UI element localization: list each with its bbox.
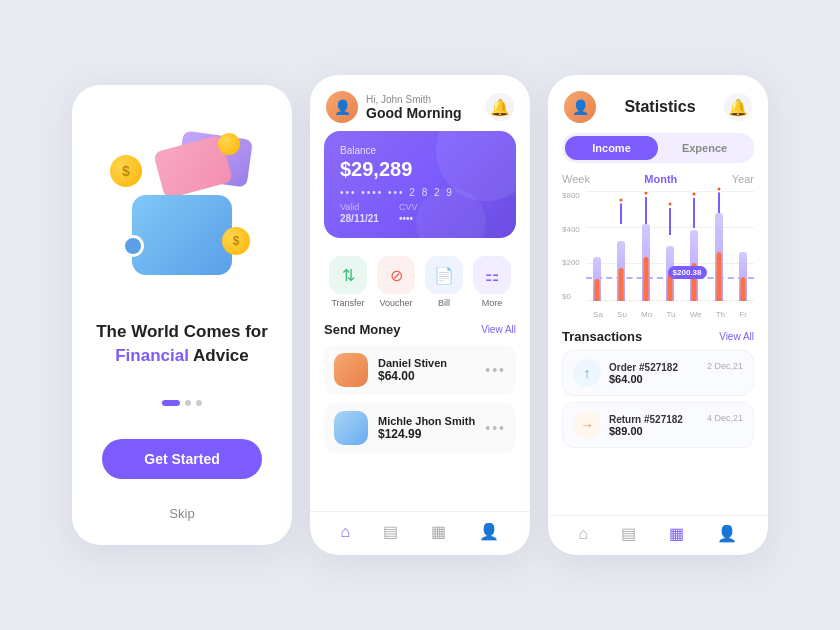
transaction-id-2: Return #527182	[609, 414, 699, 425]
bar-mo	[635, 191, 657, 301]
quick-actions: ⇅ Transfer ⊘ Voucher 📄 Bill ⚏ More	[310, 250, 530, 318]
nav-stats-icon[interactable]: ▦	[431, 522, 446, 541]
card-valid: Valid 28/11/21	[340, 202, 379, 224]
bill-label: Bill	[438, 298, 450, 308]
transaction-return-icon: →	[573, 411, 601, 439]
nav-profile-icon[interactable]: 👤	[479, 522, 499, 541]
bar-fr	[732, 191, 754, 301]
period-week[interactable]: Week	[562, 173, 590, 185]
screen2-header: 👤 Hi, John Smith Good Morning 🔔	[310, 75, 530, 131]
transactions-header: Transactions View All	[562, 329, 754, 344]
x-th: Th	[716, 310, 725, 319]
greeting-morning: Good Morning	[366, 105, 486, 121]
action-bill[interactable]: 📄 Bill	[425, 256, 463, 308]
x-we: We	[690, 310, 702, 319]
bottom-nav: ⌂ ▤ ▦ 👤	[310, 511, 530, 555]
bill-icon: 📄	[425, 256, 463, 294]
page-indicator	[162, 400, 202, 406]
period-month[interactable]: Month	[644, 173, 677, 185]
nav-home-icon[interactable]: ⌂	[341, 523, 351, 541]
transaction-amount-2: $89.00	[609, 425, 699, 437]
notification-bell-icon[interactable]: 🔔	[724, 93, 752, 121]
bar-th	[707, 191, 729, 301]
contact-name-1: Daniel Stiven	[378, 357, 475, 369]
list-item[interactable]: → Return #527182 $89.00 4 Dec,21	[562, 402, 754, 448]
nav-home-icon[interactable]: ⌂	[579, 525, 589, 543]
transactions-title: Transactions	[562, 329, 642, 344]
tagline: The World Comes for Financial Advice	[96, 320, 268, 368]
tagline-highlight: Financial	[115, 346, 189, 365]
dot-1	[162, 400, 180, 406]
nav-stats-icon[interactable]: ▦	[669, 524, 684, 543]
period-year[interactable]: Year	[732, 173, 754, 185]
action-more[interactable]: ⚏ More	[473, 256, 511, 308]
bar-sa	[586, 191, 608, 301]
more-options-icon[interactable]: •••	[485, 420, 506, 436]
price-tag: $200.38	[668, 266, 707, 279]
get-started-button[interactable]: Get Started	[102, 439, 262, 479]
x-mo: Mo	[641, 310, 652, 319]
voucher-label: Voucher	[379, 298, 412, 308]
contact-info-1: Daniel Stiven $64.00	[378, 357, 475, 383]
balance-label: Balance	[340, 145, 500, 156]
coin1: $	[110, 155, 142, 187]
list-item[interactable]: Michle Jhon Smith $124.99 •••	[324, 403, 516, 453]
expense-tab[interactable]: Expence	[658, 136, 751, 160]
nav-cards-icon[interactable]: ▤	[383, 522, 398, 541]
send-money-title: Send Money	[324, 322, 401, 337]
send-money-header: Send Money View All	[310, 318, 530, 345]
transactions-view-all[interactable]: View All	[719, 331, 754, 342]
stats-header: 👤 Statistics 🔔	[548, 75, 768, 133]
y-label-200: $200	[562, 258, 580, 267]
transaction-id-1: Order #527182	[609, 362, 699, 373]
tagline-line1: The World Comes for	[96, 322, 268, 341]
action-transfer[interactable]: ⇅ Transfer	[329, 256, 367, 308]
income-tab[interactable]: Income	[565, 136, 658, 160]
transaction-info-2: Return #527182 $89.00	[609, 414, 699, 437]
list-item[interactable]: Daniel Stiven $64.00 •••	[324, 345, 516, 395]
contact-amount-2: $124.99	[378, 427, 475, 441]
list-item[interactable]: ↑ Order #527182 $64.00 2 Dec,21	[562, 350, 754, 396]
transaction-info-1: Order #527182 $64.00	[609, 362, 699, 385]
transaction-up-icon: ↑	[573, 359, 601, 387]
transfer-icon: ⇅	[329, 256, 367, 294]
notification-bell-icon[interactable]: 🔔	[486, 93, 514, 121]
x-tu: Tu	[666, 310, 675, 319]
x-fr: Fr	[739, 310, 747, 319]
greeting-text: Hi, John Smith Good Morning	[366, 94, 486, 121]
tagline-line3: Advice	[193, 346, 249, 365]
wallet-clasp	[122, 235, 144, 257]
y-label-400: $400	[562, 225, 580, 234]
more-icon: ⚏	[473, 256, 511, 294]
bar-we	[683, 191, 705, 301]
x-sa: Sa	[593, 310, 603, 319]
contact-avatar-1	[334, 353, 368, 387]
coin3	[218, 133, 240, 155]
card-number: ••• •••• ••• 2 8 2 9	[340, 187, 500, 198]
nav-cards-icon[interactable]: ▤	[621, 524, 636, 543]
nav-profile-icon[interactable]: 👤	[717, 524, 737, 543]
dot-3	[196, 400, 202, 406]
bottom-nav: ⌂ ▤ ▦ 👤	[548, 515, 768, 555]
dot-2	[185, 400, 191, 406]
income-expense-toggle: Income Expence	[562, 133, 754, 163]
skip-link[interactable]: Skip	[169, 506, 194, 521]
more-options-icon[interactable]: •••	[485, 362, 506, 378]
transaction-amount-1: $64.00	[609, 373, 699, 385]
send-money-view-all[interactable]: View All	[481, 324, 516, 335]
transfer-label: Transfer	[331, 298, 364, 308]
action-voucher[interactable]: ⊘ Voucher	[377, 256, 415, 308]
y-label-0: $0	[562, 292, 580, 301]
x-su: Su	[617, 310, 627, 319]
card-cvv: CVV ••••	[399, 202, 418, 224]
transaction-date-2: 4 Dec,21	[707, 413, 743, 423]
stats-title: Statistics	[596, 98, 724, 116]
period-tabs: Week Month Year	[548, 173, 768, 191]
wallet-illustration: $ $	[102, 125, 262, 285]
transactions-section: Transactions View All ↑ Order #527182 $6…	[548, 321, 768, 515]
greeting-hi: Hi, John Smith	[366, 94, 486, 105]
voucher-icon: ⊘	[377, 256, 415, 294]
card-meta: Valid 28/11/21 CVV ••••	[340, 202, 500, 224]
avatar: 👤	[564, 91, 596, 123]
contact-name-2: Michle Jhon Smith	[378, 415, 475, 427]
